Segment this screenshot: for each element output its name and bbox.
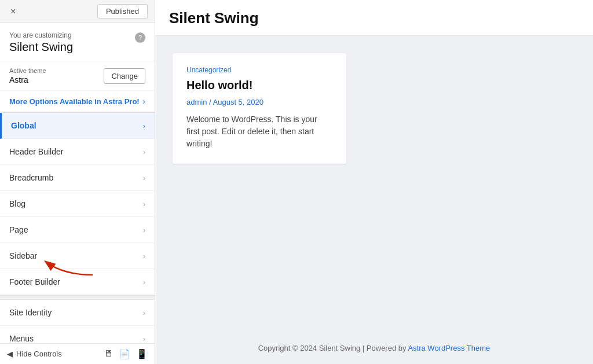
menu-item-breadcrumb[interactable]: Breadcrumb › — [0, 165, 155, 191]
menu-item-label: Footer Builder — [9, 277, 143, 286]
menu-item-menus[interactable]: Menus › — [0, 326, 155, 343]
menu-item-label: Header Builder — [9, 147, 143, 156]
menu-item-label: Site Identity — [9, 308, 143, 317]
device-icons: 🖥 📄 📱 — [104, 348, 148, 359]
menu-chevron-icon: › — [143, 334, 145, 343]
astra-pro-chevron-icon: › — [142, 97, 145, 106]
card-excerpt: Welcome to WordPress. This is your first… — [186, 113, 332, 150]
menu-item-blog[interactable]: Blog › — [0, 191, 155, 217]
desktop-icon[interactable]: 🖥 — [104, 348, 113, 359]
hide-controls-label: Hide Controls — [16, 350, 62, 358]
menu-item-footer-builder[interactable]: Footer Builder › — [0, 269, 155, 295]
preview-title: Silent Swing — [169, 9, 579, 27]
close-button[interactable]: × — [7, 4, 19, 19]
menu-item-global[interactable]: Global › — [0, 113, 155, 139]
active-theme-name: Astra — [9, 75, 46, 84]
customizing-header: You are customizing Silent Swing ? — [0, 23, 155, 61]
menu-chevron-icon: › — [143, 308, 145, 317]
astra-pro-banner[interactable]: More Options Available in Astra Pro! › — [0, 91, 155, 113]
menu-item-label: Page — [9, 225, 143, 234]
close-icon: × — [10, 6, 16, 16]
card-category: Uncategorized — [186, 66, 332, 74]
hide-controls-button[interactable]: ◀ Hide Controls — [7, 350, 62, 358]
help-icon[interactable]: ? — [135, 32, 145, 43]
menu-chevron-icon: › — [143, 174, 145, 182]
mobile-icon[interactable]: 📱 — [136, 348, 148, 359]
menu-chevron-icon: › — [143, 252, 145, 260]
menu-item-header-builder[interactable]: Header Builder › — [0, 139, 155, 165]
menu-item-sidebar[interactable]: Sidebar › — [0, 243, 155, 269]
menu-item-label: Sidebar — [9, 251, 143, 260]
preview-area: Silent Swing Uncategorized Hello world! … — [155, 0, 593, 364]
tablet-icon[interactable]: 📄 — [119, 348, 130, 359]
back-arrow-icon: ◀ — [7, 350, 13, 358]
menu-item-label: Blog — [9, 199, 143, 208]
card-meta: admin / August 5, 2020 — [186, 98, 332, 106]
menu-chevron-icon: › — [143, 200, 145, 208]
footer-text: Copyright © 2024 Silent Swing | Powered … — [258, 344, 408, 352]
card-title: Hello world! — [186, 79, 332, 92]
customizing-theme-name: Silent Swing — [9, 41, 73, 54]
change-theme-button[interactable]: Change — [104, 68, 145, 84]
menu-item-label: Menus — [9, 334, 143, 343]
menu-chevron-icon: › — [143, 148, 145, 156]
active-theme-label: Active theme — [9, 67, 46, 74]
menu-chevron-icon: › — [143, 226, 145, 234]
menu-chevron-icon: › — [143, 278, 145, 286]
menu-item-label: Breadcrumb — [9, 173, 143, 182]
menu-item-page[interactable]: Page › — [0, 217, 155, 243]
menu-item-label: Global — [11, 121, 143, 130]
menu-item-site-identity[interactable]: Site Identity › — [0, 300, 155, 326]
footer-link[interactable]: Astra WordPress Theme — [408, 344, 490, 352]
customizing-label: You are customizing — [9, 31, 73, 39]
section-separator — [0, 295, 155, 300]
sidebar-bottom-controls: ◀ Hide Controls 🖥 📄 📱 — [0, 343, 155, 364]
blog-card: Uncategorized Hello world! admin / Augus… — [173, 53, 346, 164]
astra-pro-text: More Options Available in Astra Pro! — [9, 97, 140, 106]
menu-list: Global › Header Builder › Breadcrumb › B… — [0, 113, 155, 343]
sidebar-topbar: × Published — [0, 0, 155, 23]
preview-header: Silent Swing — [155, 0, 593, 36]
active-theme-bar: Active theme Astra Change — [0, 61, 155, 91]
preview-footer: Copyright © 2024 Silent Swing | Powered … — [155, 330, 593, 364]
menu-chevron-icon: › — [143, 122, 145, 130]
preview-body: Uncategorized Hello world! admin / Augus… — [155, 36, 593, 330]
published-button[interactable]: Published — [97, 4, 148, 19]
